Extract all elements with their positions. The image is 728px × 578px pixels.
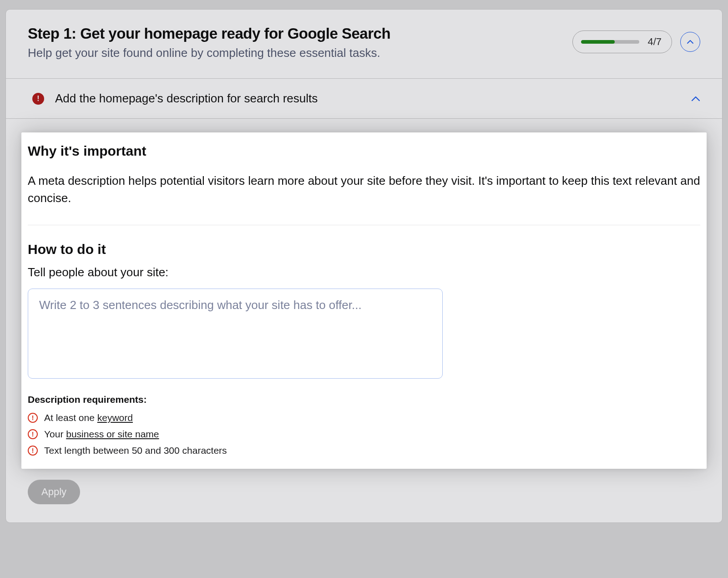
meta-description-input[interactable]: [28, 289, 443, 379]
task-title: Add the homepage's description for searc…: [55, 91, 680, 106]
chevron-up-icon: [687, 39, 693, 46]
requirement-item: At least one keyword: [28, 412, 700, 423]
requirement-text: Your business or site name: [44, 429, 159, 440]
why-heading: Why it's important: [28, 143, 700, 159]
warn-icon: [28, 413, 38, 423]
step-title: Step 1: Get your homepage ready for Goog…: [28, 25, 572, 42]
divider: [28, 225, 700, 225]
why-body: A meta description helps potential visit…: [28, 172, 700, 207]
progress-text: 4/7: [647, 36, 662, 48]
seo-step-card: Step 1: Get your homepage ready for Goog…: [5, 9, 723, 523]
how-heading: How to do it: [28, 242, 700, 257]
requirement-item: Your business or site name: [28, 429, 700, 440]
progress-track: [581, 40, 639, 44]
keyword-link[interactable]: keyword: [97, 412, 133, 423]
warn-icon: [28, 429, 38, 439]
requirement-text: At least one keyword: [44, 412, 133, 423]
highlight-panel: Why it's important A meta description he…: [21, 132, 707, 469]
requirements-list: At least one keyword Your business or si…: [28, 412, 700, 456]
step-header-text: Step 1: Get your homepage ready for Goog…: [28, 25, 572, 60]
alert-icon: [32, 93, 44, 105]
step-header: Step 1: Get your homepage ready for Goog…: [6, 10, 722, 79]
how-subheading: Tell people about your site:: [28, 265, 700, 279]
requirement-text: Text length between 50 and 300 character…: [44, 445, 227, 456]
business-name-link[interactable]: business or site name: [66, 429, 159, 439]
chevron-up-icon: [691, 96, 700, 102]
requirement-item: Text length between 50 and 300 character…: [28, 445, 700, 456]
progress-indicator: 4/7: [572, 30, 672, 53]
step-subtitle: Help get your site found online by compl…: [28, 46, 572, 60]
task-row[interactable]: Add the homepage's description for searc…: [6, 79, 722, 119]
collapse-step-button[interactable]: [680, 32, 700, 52]
apply-button[interactable]: Apply: [28, 480, 80, 504]
warn-icon: [28, 446, 38, 456]
requirements-heading: Description requirements:: [28, 394, 700, 405]
step-header-controls: 4/7: [572, 30, 700, 53]
task-content: Why it's important A meta description he…: [6, 119, 722, 522]
progress-fill: [581, 40, 614, 44]
